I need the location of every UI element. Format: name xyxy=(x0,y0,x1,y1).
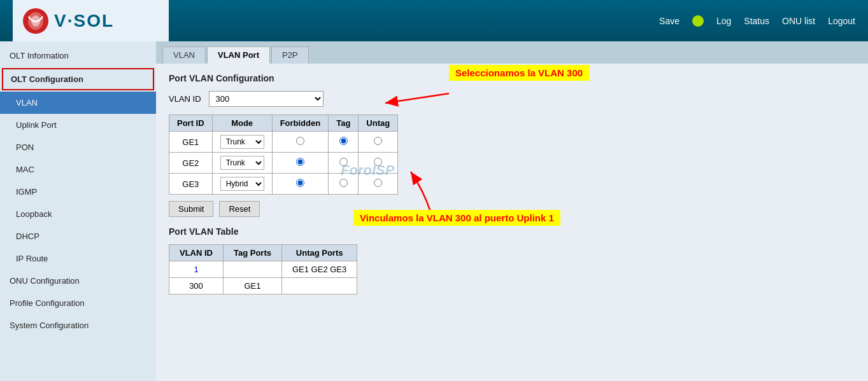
sidebar-item-olt-configuration[interactable]: OLT Configuration xyxy=(2,68,154,90)
sidebar-item-loopback[interactable]: Loopback xyxy=(0,203,156,225)
col-port-id: Port ID xyxy=(169,115,213,132)
sidebar-item-system-configuration[interactable]: System Configuration xyxy=(0,314,156,336)
port-config-table: Port ID Mode Forbidden Tag Untag GE1 Acc… xyxy=(169,114,398,195)
port-id-cell: GE1 xyxy=(169,132,213,153)
pvlan-tag-ports-300: GE1 xyxy=(224,278,282,294)
untag-radio-ge1[interactable] xyxy=(374,137,382,145)
pvlan-tag-ports-1 xyxy=(224,261,282,278)
annotation-top: Seleccionamos la VLAN 300 xyxy=(449,65,589,81)
untag-cell-ge1 xyxy=(359,132,398,153)
vlan-id-label: VLAN ID xyxy=(169,94,201,104)
pvlan-vlan-id-1: 1 xyxy=(169,261,224,278)
forbidden-radio-ge3[interactable] xyxy=(296,179,304,187)
mode-select-ge3[interactable]: Access Trunk Hybrid xyxy=(220,177,264,191)
header-actions: Save Log Status ONU list Logout xyxy=(659,15,855,27)
log-button[interactable]: Log xyxy=(716,16,731,26)
pvlan-col-untag-ports: Untag Ports xyxy=(282,245,357,261)
status-button[interactable]: Status xyxy=(744,16,769,26)
col-mode: Mode xyxy=(212,115,272,132)
forbidden-radio-ge1[interactable] xyxy=(296,137,304,145)
pvlan-section-title: Port VLAN Table xyxy=(169,226,855,237)
main-content: VLAN VLAN Port P2P Seleccionamos la VLAN… xyxy=(156,41,868,381)
header: V·SOL Save Log Status ONU list Logout xyxy=(0,0,868,41)
tab-vlan-port[interactable]: VLAN Port xyxy=(207,46,270,64)
pvlan-vlan-id-300: 300 xyxy=(169,278,224,294)
table-row: GE3 Access Trunk Hybrid xyxy=(169,174,398,195)
untag-cell-ge3 xyxy=(359,174,398,195)
pvlan-untag-ports-1: GE1 GE2 GE3 xyxy=(282,261,357,278)
mode-select-ge2[interactable]: Access Trunk Hybrid xyxy=(220,156,264,170)
sidebar-item-vlan[interactable]: VLAN xyxy=(0,92,156,114)
untag-radio-ge2[interactable] xyxy=(374,158,382,166)
tab-vlan[interactable]: VLAN xyxy=(162,46,206,64)
vlan-id-select[interactable]: 1 300 xyxy=(209,91,324,107)
sidebar: OLT Information OLT Configuration VLAN U… xyxy=(0,41,156,381)
logo-area: V·SOL xyxy=(13,0,169,41)
content-area: Seleccionamos la VLAN 300 Port VLAN Conf… xyxy=(156,64,868,304)
tab-p2p[interactable]: P2P xyxy=(271,46,309,64)
pvlan-col-tag-ports: Tag Ports xyxy=(224,245,282,261)
sidebar-item-ip-route[interactable]: IP Route xyxy=(0,247,156,270)
mode-select-ge1[interactable]: Access Trunk Hybrid xyxy=(220,135,264,149)
table-row: 300 GE1 xyxy=(169,278,357,294)
port-id-cell: GE2 xyxy=(169,153,213,174)
status-dot xyxy=(692,15,704,27)
mode-cell: Access Trunk Hybrid xyxy=(212,132,272,153)
tag-radio-ge1[interactable] xyxy=(339,137,348,145)
logout-button[interactable]: Logout xyxy=(828,16,855,26)
untag-cell-ge2 xyxy=(359,153,398,174)
tag-cell-ge1 xyxy=(329,132,359,153)
onu-list-button[interactable]: ONU list xyxy=(782,16,815,26)
forbidden-radio-ge2[interactable] xyxy=(296,158,304,166)
tag-cell-ge3 xyxy=(329,174,359,195)
sidebar-item-uplink-port[interactable]: Uplink Port xyxy=(0,114,156,136)
mode-cell: Access Trunk Hybrid xyxy=(212,174,272,195)
forbidden-cell-ge3 xyxy=(272,174,329,195)
sidebar-item-igmp[interactable]: IGMP xyxy=(0,181,156,203)
pvlan-untag-ports-300 xyxy=(282,278,357,294)
tag-radio-ge2[interactable] xyxy=(339,158,348,166)
table-row: GE2 Access Trunk Hybrid xyxy=(169,153,398,174)
vsol-logo-icon xyxy=(22,8,49,34)
col-forbidden: Forbidden xyxy=(272,115,329,132)
sidebar-item-profile-configuration[interactable]: Profile Configuration xyxy=(0,292,156,314)
untag-radio-ge3[interactable] xyxy=(374,179,382,187)
forbidden-cell-ge1 xyxy=(272,132,329,153)
col-untag: Untag xyxy=(359,115,398,132)
tag-radio-ge3[interactable] xyxy=(339,179,348,187)
table-row: GE1 Access Trunk Hybrid xyxy=(169,132,398,153)
pvlan-col-vlan-id: VLAN ID xyxy=(169,245,224,261)
forbidden-cell-ge2 xyxy=(272,153,329,174)
tag-cell-ge2 xyxy=(329,153,359,174)
annotation-bottom: Vinculamos la VLAN 300 al puerto Uplink … xyxy=(353,210,560,226)
layout: OLT Information OLT Configuration VLAN U… xyxy=(0,41,868,381)
sidebar-item-onu-configuration[interactable]: ONU Configuration xyxy=(0,270,156,292)
table-row: 1 GE1 GE2 GE3 xyxy=(169,261,357,278)
sidebar-item-mac[interactable]: MAC xyxy=(0,158,156,181)
tab-bar: VLAN VLAN Port P2P xyxy=(156,41,868,64)
vlan-id-row: VLAN ID 1 300 xyxy=(169,91,855,107)
pvlan-table: VLAN ID Tag Ports Untag Ports 1 GE1 GE2 … xyxy=(169,244,357,294)
sidebar-item-pon[interactable]: PON xyxy=(0,136,156,158)
col-tag: Tag xyxy=(329,115,359,132)
sidebar-item-olt-information[interactable]: OLT Information xyxy=(0,45,156,67)
logo-text: V·SOL xyxy=(54,11,114,31)
reset-button[interactable]: Reset xyxy=(219,201,260,217)
submit-button[interactable]: Submit xyxy=(169,201,213,217)
port-id-cell: GE3 xyxy=(169,174,213,195)
sidebar-item-dhcp[interactable]: DHCP xyxy=(0,225,156,247)
mode-cell: Access Trunk Hybrid xyxy=(212,153,272,174)
save-label: Save xyxy=(659,16,679,26)
